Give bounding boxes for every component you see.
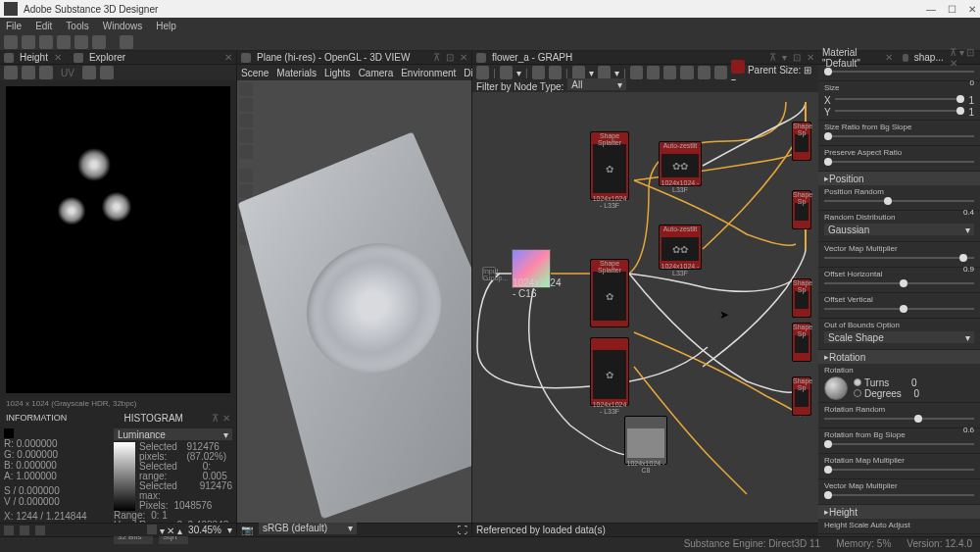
node-out-5[interactable]: Shape Sp — [792, 376, 811, 416]
tab-explorer[interactable]: Explorer — [89, 52, 125, 63]
open-icon[interactable] — [22, 35, 35, 49]
gt-reload-icon[interactable] — [476, 66, 489, 79]
gt-align-icon[interactable] — [698, 66, 710, 79]
gt-del-icon[interactable] — [680, 66, 693, 79]
menu-file[interactable]: File — [6, 21, 22, 31]
node-input-group[interactable]: Input Group... — [482, 267, 496, 280]
zoom-out-button[interactable]: ▾ — [160, 526, 165, 536]
oob-select[interactable]: Scale Shape▾ — [824, 331, 974, 343]
swatch-icon[interactable] — [4, 526, 14, 535]
vp-rotate-icon[interactable] — [239, 114, 253, 127]
vp-shade-icon[interactable] — [239, 184, 253, 198]
vp-move-icon[interactable] — [239, 98, 253, 112]
gt-snap-icon[interactable] — [500, 66, 513, 79]
save-all-icon[interactable] — [57, 35, 71, 49]
node-normal[interactable]: 1024x1024 - C16 — [512, 249, 551, 288]
vp-scale-icon[interactable] — [239, 129, 253, 143]
rotation-header[interactable]: ▸ Rotation — [818, 350, 980, 364]
menu-windows[interactable]: Windows — [103, 21, 143, 31]
vp-env[interactable]: Environment — [401, 68, 456, 78]
gt-timing-icon[interactable] — [598, 66, 611, 79]
gt-zoom-icon[interactable] — [532, 66, 545, 79]
offv-slider[interactable] — [824, 308, 974, 310]
histo-header: HISTOGRAM ⊼ ✕ — [119, 411, 237, 425]
menu-help[interactable]: Help — [156, 21, 176, 31]
gt-link-icon[interactable] — [572, 66, 585, 79]
minimize-button[interactable]: — — [926, 4, 936, 15]
vp-materials[interactable]: Materials — [276, 68, 317, 78]
filter-select[interactable]: All▾ — [567, 78, 626, 90]
maximize-button[interactable]: ☐ — [948, 4, 956, 15]
position-header[interactable]: ▸ Position — [818, 172, 980, 185]
dist-select[interactable]: Gaussian▾ — [824, 224, 974, 235]
node-out-4[interactable]: Shape Sp — [792, 323, 811, 362]
vp-scene[interactable]: Scene — [241, 68, 269, 78]
gt-back-icon[interactable] — [630, 66, 643, 79]
node-out-3[interactable]: Shape Sp — [792, 278, 811, 318]
gt-edit-icon[interactable] — [663, 66, 676, 79]
camera-icon[interactable]: 📷 — [241, 525, 253, 535]
swatch2-icon[interactable] — [20, 526, 29, 535]
vp-target-icon[interactable] — [239, 145, 253, 159]
save-icon[interactable] — [39, 35, 53, 49]
gt-valign-icon[interactable] — [714, 66, 727, 79]
menu-tools[interactable]: Tools — [66, 21, 88, 31]
viewport-3d[interactable] — [237, 80, 471, 523]
pos-random-slider[interactable] — [824, 200, 974, 202]
uv2-icon[interactable] — [100, 66, 114, 79]
gt-fwd-icon[interactable] — [647, 66, 660, 79]
zoom-in-button[interactable]: ▴ — [177, 526, 182, 536]
vp-home-icon[interactable] — [239, 82, 253, 96]
vmap-slider[interactable] — [824, 257, 974, 259]
preview-2d[interactable] — [6, 86, 230, 393]
node-out-2[interactable]: Shape Sp — [792, 190, 811, 229]
close-button[interactable]: ✕ — [968, 4, 976, 15]
gt-parent-icon[interactable] — [731, 60, 745, 74]
node-shape-splatter-2[interactable]: Shape Splatter ✿ — [590, 259, 629, 327]
gt-info-icon[interactable] — [549, 66, 562, 79]
node-canvas[interactable]: 1024x1024 - C16 Input Group... Shape Spl… — [472, 92, 818, 523]
node-preview[interactable]: 1024x1024 - C8 — [624, 416, 667, 465]
degrees-radio[interactable] — [854, 389, 861, 397]
turns-radio[interactable] — [854, 378, 861, 386]
zoom-fit-button[interactable]: ✕ — [167, 526, 174, 536]
undo-icon[interactable] — [74, 35, 88, 49]
node-auto-1[interactable]: Auto-zestlit ✿✿ 1024x1024 - L33F — [659, 141, 702, 186]
channel-select[interactable]: Luminance▾ — [114, 428, 232, 440]
undock-icon[interactable]: ⊡ — [446, 52, 454, 63]
tool-icon[interactable] — [120, 35, 133, 49]
view-icon[interactable] — [4, 66, 18, 79]
grid-icon[interactable] — [147, 525, 157, 534]
view2-icon[interactable] — [22, 66, 35, 79]
zoom-level[interactable]: 30.45% — [188, 525, 221, 535]
close-vp-icon[interactable]: ✕ — [460, 52, 467, 63]
view3-icon[interactable] — [39, 66, 53, 79]
rot-bg-slider[interactable] — [824, 443, 974, 445]
menu-edit[interactable]: Edit — [35, 21, 52, 31]
vp-lights[interactable]: Lights — [324, 68, 351, 78]
tab-shape[interactable]: shap... — [914, 52, 944, 63]
uv-icon[interactable] — [82, 66, 96, 79]
vp-camera[interactable]: Camera — [359, 68, 394, 78]
fullscreen-icon[interactable]: ⛶ — [458, 525, 467, 535]
swatch3-icon[interactable] — [35, 526, 45, 535]
vp-light-icon[interactable] — [239, 169, 253, 182]
node-shape-splatter-3[interactable]: ✿ 1024x1024 - L33F — [590, 337, 629, 406]
color-profile-select[interactable]: sRGB (default)▾ — [259, 523, 357, 534]
node-auto-2[interactable]: Auto-zestlit ✿✿ 1024x1024 - L33F — [659, 225, 702, 270]
height-header[interactable]: ▸ Height — [818, 505, 980, 519]
rot-rand-slider[interactable] — [824, 418, 974, 420]
rotation-dial[interactable] — [824, 376, 848, 400]
offh-slider[interactable] — [824, 282, 974, 284]
new-icon[interactable] — [4, 35, 18, 49]
tab-height[interactable]: Height — [20, 52, 48, 63]
node-out-1[interactable]: Shape Sp — [792, 122, 811, 161]
redo-icon[interactable] — [92, 35, 106, 49]
pin-icon[interactable]: ⊼ — [433, 52, 440, 63]
vmap2-slider[interactable] — [824, 494, 974, 496]
histo-pin-icon[interactable]: ⊼ — [212, 413, 219, 424]
histo-close-icon[interactable]: ✕ — [222, 413, 230, 424]
node-shape-splatter-1[interactable]: Shape Splatter ✿ 1024x1024 - L33F — [590, 131, 629, 200]
rot-map-slider[interactable] — [824, 469, 974, 471]
graph-panel: flower_a - GRAPH ⊼ ▾ ⊡ ✕ | ▾ | | ▾ ▾ | — [472, 51, 818, 536]
